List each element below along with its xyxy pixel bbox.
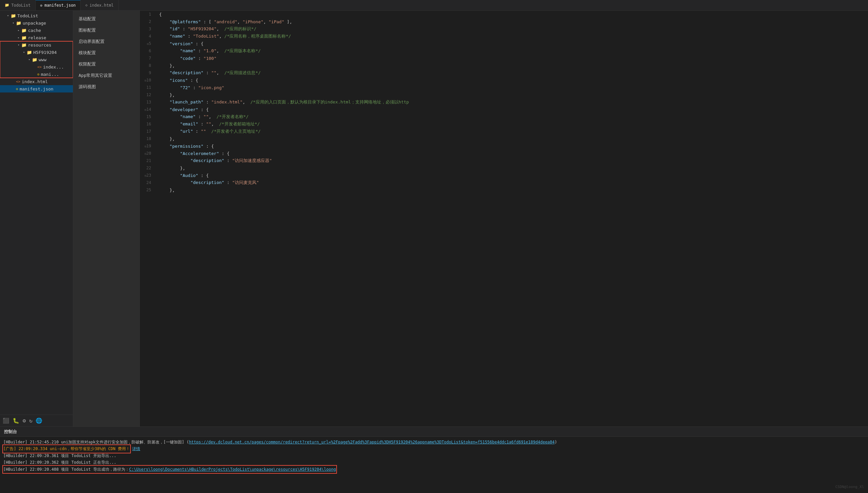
sidebar-item-manifest-json[interactable]: ⊙ manifest.json xyxy=(0,85,73,92)
sidebar-item-h5f919204[interactable]: ▾ 📁 H5F919204 xyxy=(0,48,73,56)
console-panel: 控制台 [HBuilder] 21:52:45.210 uni加固支持对apk文… xyxy=(0,427,868,493)
console-line-3: [HBuilder] 22:09:20.361 项目 TodoList 开始导出… xyxy=(3,452,865,459)
build-icon[interactable]: ⬛ xyxy=(3,417,9,424)
code-line-12: 12 }, xyxy=(140,91,868,99)
folder-icon: 📁 xyxy=(21,43,27,47)
sidebar-item-resources[interactable]: ▾ 📁 resources xyxy=(0,41,73,48)
code-line-15: 15 "name" : "", /*开发者名称*/ xyxy=(140,113,868,121)
console-path[interactable]: C:\Users\loong\Documents\HBuilderProject… xyxy=(129,467,336,472)
json-file-icon: ⊙ xyxy=(40,3,43,8)
code-line-25: 25 }, xyxy=(140,186,868,194)
code-line-6: 6 "name" : "1.0", /*应用版本名称*/ xyxy=(140,47,868,55)
sidebar-item-cache[interactable]: ▸ 📁 cache xyxy=(0,27,73,34)
config-item-other[interactable]: App常用其它设置 xyxy=(73,70,140,81)
code-line-19: ⊟19 "permissions" : { xyxy=(140,142,868,150)
console-header: 控制台 xyxy=(0,427,868,437)
code-content: 1 { 2 "@platforms" : [ "android", "iPhon… xyxy=(140,10,868,194)
code-line-5: ⊟5 "version" : { xyxy=(140,40,868,47)
resources-group: ▾ 📁 resources ▾ 📁 H5F919204 ▾ 📁 www xyxy=(0,41,73,78)
tab-manifest-json[interactable]: ⊙ manifest.json xyxy=(36,0,81,10)
json-file-icon: ⊙ xyxy=(16,87,18,91)
chevron-right-icon: ▸ xyxy=(16,36,21,39)
console-line-ad: [广告] 22:09:20.334 uni-cdn，帮你节省至少38%的 CDN… xyxy=(3,446,865,452)
sidebar-item-www[interactable]: ▾ 📁 www xyxy=(0,56,73,63)
sidebar-item-index-html-inner[interactable]: <> index... xyxy=(0,63,73,70)
sidebar-toolbar: ⬛ 🐛 ⚙ ↻ 🌐 xyxy=(0,414,73,427)
code-line-22: 22 }, xyxy=(140,164,868,172)
chevron-right-icon: ▸ xyxy=(16,28,21,32)
tab-index-html[interactable]: ◇ index.html xyxy=(81,0,119,10)
code-line-1: 1 { xyxy=(140,10,868,18)
config-item-basic[interactable]: 基础配置 xyxy=(73,13,140,25)
folder-icon: 📁 xyxy=(32,57,37,62)
folder-icon: 📁 xyxy=(5,3,9,7)
console-link-detail[interactable]: 详情 xyxy=(132,446,140,451)
code-line-18: 18 }, xyxy=(140,135,868,142)
config-item-splash[interactable]: 启动界面配置 xyxy=(73,36,140,47)
html-file-icon: <> xyxy=(37,65,42,69)
sidebar-tree: ▾ 📁 TodoList ▾ 📁 unpackage ▸ 📁 cache ▸ 📁… xyxy=(0,10,73,414)
extensions-icon[interactable]: 🌐 xyxy=(36,417,42,424)
right-panel: 基础配置 图标配置 启动界面配置 模块配置 权限配置 App常用其它设置 源码视… xyxy=(73,10,868,427)
sidebar-item-todolist[interactable]: ▾ 📁 TodoList xyxy=(0,12,73,19)
debug-icon[interactable]: ⚙ xyxy=(23,417,26,424)
code-line-14: ⊟14 "developer" : { xyxy=(140,106,868,113)
main-layout: ▾ 📁 TodoList ▾ 📁 unpackage ▸ 📁 cache ▸ 📁… xyxy=(0,10,868,427)
folder-icon: 📁 xyxy=(16,21,21,26)
config-panel: 基础配置 图标配置 启动界面配置 模块配置 权限配置 App常用其它设置 源码视… xyxy=(73,10,140,427)
code-line-16: 16 "email" : "", /*开发者邮箱地址*/ xyxy=(140,121,868,128)
code-line-21: 21 "description" : "访问加速度感应器" xyxy=(140,157,868,164)
tab-todolist[interactable]: 📁 TodoList xyxy=(0,0,36,10)
code-line-10: ⊟10 "icons" : { xyxy=(140,77,868,84)
chevron-down-icon: ▾ xyxy=(27,58,32,61)
sync-icon[interactable]: ↻ xyxy=(29,417,33,424)
run-icon[interactable]: 🐛 xyxy=(13,417,19,424)
code-line-20: ⊟20 "Accelerometer" : { xyxy=(140,150,868,157)
console-line-5: [HBuilder] 22:09:20.408 项目 TodoList 导出成功… xyxy=(3,466,865,473)
config-item-permission[interactable]: 权限配置 xyxy=(73,59,140,70)
sidebar: ▾ 📁 TodoList ▾ 📁 unpackage ▸ 📁 cache ▸ 📁… xyxy=(0,10,73,427)
console-link-1[interactable]: https://dev.dcloud.net.cn/pages/common/r… xyxy=(189,440,555,445)
html-file-icon: ◇ xyxy=(85,3,87,7)
config-item-icon[interactable]: 图标配置 xyxy=(73,25,140,36)
code-line-11: 11 "72" : "icon.png" xyxy=(140,84,868,91)
console-line-4: [HBuilder] 22:09:20.362 项目 TodoList 正在导出… xyxy=(3,459,865,466)
code-line-7: 7 "code" : "100" xyxy=(140,55,868,62)
console-body[interactable]: [HBuilder] 21:52:45.210 uni加固支持对apk文件进行安… xyxy=(0,437,868,493)
json-file-icon: ⊙ xyxy=(37,72,40,77)
code-line-24: 24 "description" : "访问麦克风" xyxy=(140,179,868,186)
chevron-down-icon: ▾ xyxy=(16,43,21,47)
sidebar-item-mani-json-inner[interactable]: ⊙ mani... xyxy=(0,70,73,78)
console-line-1: [HBuilder] 21:52:45.210 uni加固支持对apk文件进行安… xyxy=(3,439,865,446)
code-line-23: ⊟23 "Audio" : { xyxy=(140,172,868,179)
code-line-4: 4 "name" : "TodoList", /*应用名称，程序桌面图标名称*/ xyxy=(140,33,868,40)
code-line-13: 13 "launch_path" : "index.html", /*应用的入口… xyxy=(140,99,868,106)
chevron-down-icon: ▾ xyxy=(11,21,16,25)
code-line-3: 3 "id" : "H5F919204", /*应用的标识*/ xyxy=(140,25,868,33)
code-line-9: 9 "description" : "", /*应用描述信息*/ xyxy=(140,69,868,77)
folder-icon: 📁 xyxy=(27,50,32,55)
code-line-17: 17 "url" : "" /*开发者个人主页地址*/ xyxy=(140,128,868,135)
sidebar-item-release[interactable]: ▸ 📁 release xyxy=(0,34,73,41)
sidebar-item-unpackage[interactable]: ▾ 📁 unpackage xyxy=(0,19,73,27)
root-folder-icon: 📁 xyxy=(11,13,16,18)
config-item-module[interactable]: 模块配置 xyxy=(73,47,140,59)
chevron-down-icon: ▾ xyxy=(21,50,27,54)
config-item-source[interactable]: 源码视图 xyxy=(73,81,140,92)
folder-icon: 📁 xyxy=(21,35,27,40)
code-line-2: 2 "@platforms" : [ "android", "iPhone", … xyxy=(140,18,868,25)
tabs-bar: 📁 TodoList ⊙ manifest.json ◇ index.html xyxy=(0,0,868,10)
code-editor[interactable]: 1 { 2 "@platforms" : [ "android", "iPhon… xyxy=(140,10,868,427)
code-line-8: 8 }, xyxy=(140,62,868,69)
chevron-down-icon: ▾ xyxy=(5,14,11,17)
html-file-icon: <> xyxy=(16,80,20,84)
console-title: 控制台 xyxy=(4,429,17,435)
folder-icon: 📁 xyxy=(21,28,27,33)
sidebar-item-index-html[interactable]: <> index.html xyxy=(0,78,73,85)
